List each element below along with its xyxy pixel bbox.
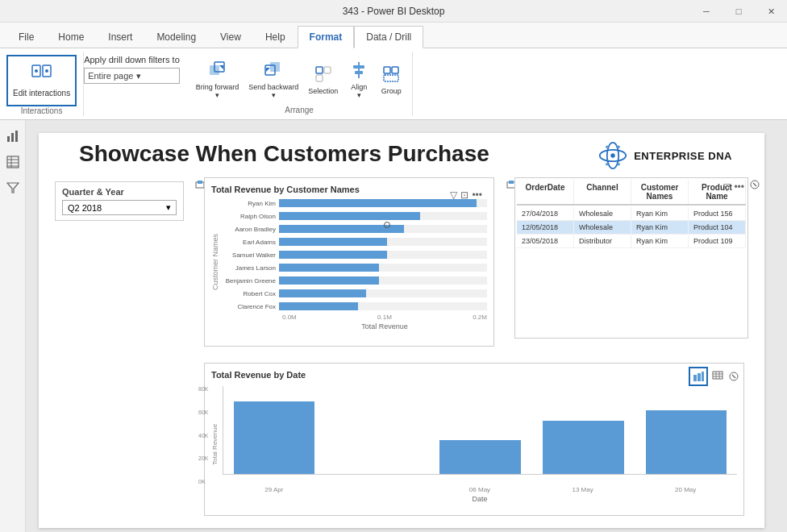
bar-chart-inner: Ryan Kim Ralph Olson Aaron Bradley Earl …: [223, 197, 487, 326]
tab-file[interactable]: File: [6, 26, 46, 48]
svg-rect-48: [697, 373, 701, 381]
date-bar: [646, 410, 727, 474]
col-order-date: OrderDate: [517, 180, 574, 204]
ribbon-content: Edit interactions Interactions Apply dri…: [0, 48, 787, 119]
x-tick-0: 0.0M: [282, 314, 297, 321]
svg-point-30: [610, 153, 614, 157]
svg-rect-49: [702, 372, 704, 381]
top-right-filter-icon[interactable]: [748, 178, 761, 191]
date-x-label: [326, 486, 429, 493]
table-more-icon[interactable]: •••: [734, 181, 744, 193]
date-x-title: Date: [223, 495, 737, 503]
bar-row: Robert Cox: [223, 288, 487, 299]
send-backward-icon: [264, 61, 282, 83]
sidebar-icon-table[interactable]: [3, 152, 23, 172]
bar-row: Aaron Bradley: [223, 223, 487, 235]
tab-format[interactable]: Format: [298, 26, 355, 48]
logo-area: ENTERPRISE DNA: [598, 141, 732, 170]
align-button[interactable]: Align ▾: [344, 58, 373, 103]
sidebar-icon-filter[interactable]: [3, 178, 23, 197]
date-chart-filter-icon[interactable]: [727, 370, 740, 383]
svg-point-3: [45, 69, 48, 73]
tab-home[interactable]: Home: [46, 26, 96, 48]
svg-rect-40: [509, 181, 514, 184]
minimize-button[interactable]: ─: [690, 0, 722, 23]
arrange-label: Arrange: [193, 106, 406, 116]
y-tick-80k: 80K: [198, 386, 208, 392]
tab-help[interactable]: Help: [253, 26, 298, 48]
bar-chart-card: Total Revenue by Customer Names ▽ ⊡ ••• …: [204, 177, 494, 347]
svg-rect-36: [198, 181, 202, 184]
bring-forward-button[interactable]: Bring forward ▾: [193, 58, 243, 103]
y-tick-60k: 60K: [198, 409, 208, 415]
date-x-labels: 29 Apr06 May13 May20 May: [223, 486, 737, 493]
canvas: Showcase When Customers Purchase ENTERPR…: [26, 120, 787, 532]
drill-filter-area: Apply drill down filters to Entire page …: [84, 52, 186, 116]
date-bar-group: [532, 385, 634, 474]
svg-point-2: [35, 69, 38, 73]
close-button[interactable]: ✕: [755, 0, 787, 23]
interactions-label: Interactions: [6, 106, 77, 117]
slicer-card: Quarter & Year Q2 2018 ▾: [55, 181, 184, 221]
maximize-button[interactable]: □: [722, 0, 755, 23]
y-tick-20k: 20K: [198, 455, 208, 461]
svg-point-33: [606, 163, 609, 166]
selection-button[interactable]: Selection: [305, 58, 341, 103]
date-x-label: 20 May: [634, 486, 737, 493]
bring-forward-icon: [209, 61, 227, 83]
table-header: OrderDate Channel Customer Names Product…: [517, 180, 746, 206]
x-axis: 0.0M 0.1M 0.2M: [223, 314, 487, 321]
tab-modeling[interactable]: Modeling: [144, 26, 208, 48]
dna-logo-icon: [598, 141, 627, 170]
date-chart-icons: [689, 367, 740, 386]
date-bar-group: [635, 385, 737, 474]
title-bar: 343 - Power BI Desktop ─ □ ✕: [0, 0, 787, 23]
send-backward-button[interactable]: Send backward ▾: [245, 58, 302, 103]
slicer-title: Quarter & Year: [62, 187, 177, 197]
bar-row: Samuel Walker: [223, 249, 487, 260]
svg-rect-10: [316, 67, 323, 73]
svg-line-56: [732, 375, 735, 378]
svg-rect-47: [693, 375, 697, 381]
edit-interactions-button[interactable]: Edit interactions: [6, 55, 77, 106]
date-x-label: 29 Apr: [223, 486, 326, 493]
svg-rect-16: [384, 67, 390, 73]
arrange-group: Bring forward ▾ Send backward ▾: [193, 55, 406, 106]
svg-rect-21: [15, 131, 18, 142]
bar-row: James Larson: [223, 262, 487, 273]
logo-text: ENTERPRISE DNA: [634, 150, 732, 162]
tab-data-drill[interactable]: Data / Drill: [354, 26, 423, 48]
svg-rect-50: [713, 372, 722, 379]
sidebar-icon-bar-chart[interactable]: [3, 127, 23, 146]
main-area: Showcase When Customers Purchase ENTERPR…: [0, 120, 787, 532]
tab-insert[interactable]: Insert: [96, 26, 144, 48]
bar-row: Ryan Kim: [223, 197, 487, 209]
group-button[interactable]: Group: [377, 58, 406, 103]
date-bar: [439, 440, 521, 474]
drill-filter-text: Apply drill down filters to: [84, 55, 180, 64]
svg-marker-6: [219, 65, 223, 69]
date-bar-group: [223, 385, 325, 474]
table-row[interactable]: 12/05/2018 Wholesale Ryan Kim Product 10…: [517, 221, 746, 235]
svg-point-32: [618, 163, 621, 166]
date-chart-secondary-icon[interactable]: [711, 370, 724, 383]
table-row[interactable]: 27/04/2018 Wholesale Ryan Kim Product 15…: [517, 207, 746, 221]
tab-view[interactable]: View: [208, 26, 253, 48]
svg-rect-17: [392, 67, 398, 73]
table-filter-icon-inner[interactable]: ▽: [723, 181, 731, 193]
table-card: ▽ ••• OrderDate Channel Customer Names P…: [514, 177, 748, 339]
date-bar: [543, 421, 624, 474]
svg-rect-15: [355, 71, 363, 74]
drill-filter-dropdown[interactable]: Entire page ▾: [84, 68, 180, 84]
date-y-axis-label: Total Revenue: [211, 386, 223, 503]
slicer-dropdown[interactable]: Q2 2018 ▾: [62, 200, 177, 215]
ribbon-tabs: File Home Insert Modeling View Help Form…: [0, 23, 787, 48]
date-chart-selected-icon[interactable]: [689, 367, 708, 386]
date-bar-group: [430, 385, 531, 474]
table-card-icons: ▽ •••: [723, 181, 744, 193]
svg-rect-11: [324, 67, 331, 73]
bar-row: Benjamin Greene: [223, 275, 487, 286]
date-chart-title: Total Revenue by Date: [211, 370, 737, 380]
x-tick-1: 0.1M: [377, 314, 392, 321]
table-row[interactable]: 23/05/2018 Distributor Ryan Kim Product …: [517, 235, 746, 248]
